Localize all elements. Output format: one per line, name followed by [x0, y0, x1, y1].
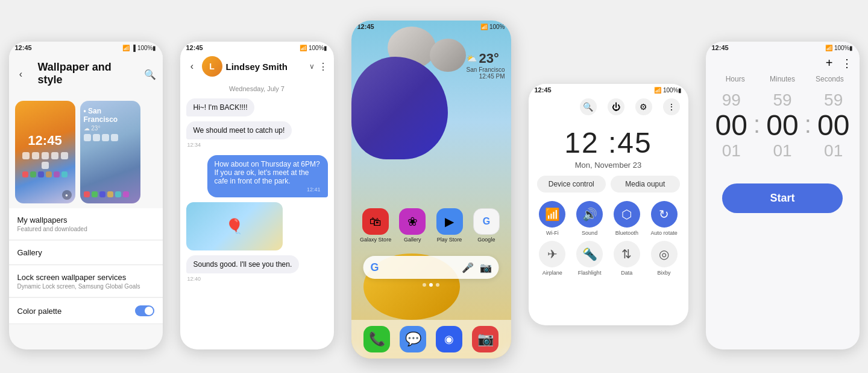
battery-icon-5: 100%▮ — [834, 45, 854, 51]
more-icon[interactable]: ⋮ — [318, 61, 328, 72]
qs-tabs: Device control Media ouput — [529, 171, 688, 197]
thumb2-weather: ☁ 23° — [84, 125, 101, 132]
status-time-1: 12:45 — [15, 44, 32, 51]
chevron-icon[interactable]: ∨ — [309, 62, 315, 71]
weather-icon: ⛅ — [467, 54, 477, 63]
mic-icon[interactable]: 🎤 — [462, 262, 474, 273]
home-app-grid: 🛍 Galaxy Store ❀ Gallery ▶ Play Store G … — [351, 203, 511, 247]
add-timer-icon[interactable]: + — [826, 56, 833, 70]
wifi-tile-label: Wi-Fi — [546, 230, 559, 236]
dot-2 — [429, 283, 433, 287]
search-icon-1[interactable]: 🔍 — [143, 68, 157, 81]
status-bar-3: 12:45 📶 100% — [351, 21, 511, 33]
sound-tile[interactable]: 🔊 Sound — [574, 201, 605, 236]
device-control-tab[interactable]: Device control — [537, 176, 606, 193]
autorotate-tile-icon: ↻ — [651, 201, 678, 228]
home-dots — [423, 283, 439, 287]
color-palette-toggle[interactable] — [135, 305, 154, 316]
status-icons-1: 📶 ▐ 100%▮ — [122, 45, 157, 51]
msg-time-2: 12:34 — [187, 142, 201, 148]
menu-lock-screen[interactable]: Lock screen wallpaper services Dynamic L… — [9, 266, 163, 298]
search-bar[interactable]: G 🎤 📷 — [363, 256, 499, 279]
flashlight-label: Flashlight — [578, 270, 602, 276]
weather-time: 12:45 PM — [467, 73, 505, 80]
minutes-label: Minutes — [759, 75, 806, 83]
app-google[interactable]: G Google — [470, 208, 502, 243]
status-bar-1: 12:45 📶 ▐ 100%▮ — [9, 42, 163, 54]
camera-dock-icon[interactable]: 📷 — [472, 326, 498, 352]
status-time-5: 12:45 — [712, 44, 729, 51]
search-icons: 🎤 📷 — [462, 262, 492, 273]
sound-tile-icon: 🔊 — [576, 201, 603, 228]
messages-dock-icon[interactable]: 💬 — [400, 326, 426, 352]
wallpaper-thumbnails: 12:45 ● — [9, 96, 163, 208]
timer-col-labels: Hours Minutes Seconds — [706, 72, 860, 86]
more-qs-icon[interactable]: ⋮ — [663, 98, 680, 115]
lens-icon[interactable]: 📷 — [480, 262, 492, 273]
google-icon: G — [473, 208, 500, 235]
hours-mid: 00 — [715, 111, 747, 140]
back-icon-1[interactable]: ‹ — [15, 68, 27, 80]
battery-icon-4: 100%▮ — [663, 87, 682, 94]
dot-3 — [436, 283, 439, 287]
autorotate-tile[interactable]: ↻ Auto rotate — [649, 201, 680, 236]
msg-sent-time: 12:41 — [215, 186, 321, 193]
weather-temp: 23° — [479, 51, 499, 66]
wallpaper-panel: 12:45 📶 ▐ 100%▮ ‹ Wallpaper and style 🔍 … — [9, 42, 163, 349]
bluetooth-tile-label: Bluetooth — [615, 230, 638, 236]
qs-tiles-row1: 📶 Wi-Fi 🔊 Sound ⬡ Bluetooth ↻ Auto rotat… — [529, 197, 688, 241]
bluetooth-tile[interactable]: ⬡ Bluetooth — [611, 201, 643, 236]
bixby-icon: ◎ — [651, 241, 678, 267]
qs-top-icons: 🔍 ⏻ ⚙ ⋮ — [529, 96, 688, 120]
menu-my-wallpapers[interactable]: My wallpapers Featured and downloaded — [9, 208, 163, 240]
wallpaper-title: Wallpaper and style — [32, 57, 139, 91]
home-dock: 📞 💬 ◉ 📷 — [351, 320, 511, 359]
start-button[interactable]: Start — [722, 183, 843, 213]
data-label: Data — [621, 270, 632, 276]
seconds-label: Seconds — [806, 75, 853, 83]
power-qs-icon[interactable]: ⏻ — [608, 98, 624, 115]
qs-time: 12 :45 — [529, 126, 688, 159]
timer-col-minutes[interactable]: 59 00 01 — [763, 91, 802, 161]
airplane-tile[interactable]: ✈ Airplane — [537, 241, 568, 276]
header-icons: ⋮ — [318, 61, 328, 72]
wifi-tile[interactable]: 📶 Wi-Fi — [537, 201, 568, 236]
minutes-top: 59 — [773, 91, 791, 110]
msg-1: Hi~! I'm BACK!!!! — [186, 98, 255, 116]
samsung-dock-icon[interactable]: ◉ — [436, 326, 462, 352]
back-icon-2[interactable]: ‹ — [186, 60, 198, 72]
signal-icon-1: ▐ — [131, 45, 136, 51]
msg-image: 🎈 — [186, 202, 283, 250]
search-qs-icon[interactable]: 🔍 — [580, 98, 597, 115]
msg-3: How about on Thursday at 6PM? If you are… — [207, 155, 328, 197]
flashlight-icon: 🔦 — [576, 241, 603, 267]
thumb2-time: • San Francisco — [84, 107, 137, 124]
flashlight-tile[interactable]: 🔦 Flashlight — [574, 241, 605, 276]
timer-col-seconds[interactable]: 59 00 01 — [814, 91, 854, 161]
menu-gallery[interactable]: Gallery — [9, 241, 163, 265]
data-icon: ⇅ — [614, 241, 640, 267]
phone-dock-icon[interactable]: 📞 — [363, 326, 390, 352]
battery-icon-1: 100%▮ — [137, 45, 157, 51]
status-time-3: 12:45 — [357, 23, 374, 30]
data-tile[interactable]: ⇅ Data — [611, 241, 643, 276]
timer-col-hours[interactable]: 99 00 01 — [712, 91, 752, 161]
app-play-store[interactable]: ▶ Play Store — [433, 208, 465, 243]
media-output-tab[interactable]: Media ouput — [611, 176, 680, 193]
app-gallery[interactable]: ❀ Gallery — [397, 208, 429, 243]
timer-header: + ⋮ — [706, 54, 860, 72]
more-timer-icon[interactable]: ⋮ — [841, 57, 852, 70]
quick-settings-panel: 12:45 📶 100%▮ 🔍 ⏻ ⚙ ⋮ 12 :45 Mon, Novemb… — [529, 84, 688, 325]
settings-qs-icon[interactable]: ⚙ — [635, 98, 652, 115]
wallpaper-thumb-2[interactable]: • San Francisco ☁ 23° — [80, 101, 140, 203]
home-screen-panel: 12:45 📶 100% ⛅ 23° San Francisco 12:45 P… — [351, 21, 511, 359]
wallpaper-thumb-1[interactable]: 12:45 ● — [15, 101, 75, 203]
hours-label: Hours — [712, 75, 759, 83]
hours-bot: 01 — [722, 141, 741, 161]
menu-color-palette[interactable]: Color palette — [9, 298, 163, 324]
bixby-tile[interactable]: ◎ Bixby — [649, 241, 680, 276]
contact-avatar: L — [202, 56, 222, 77]
thumb-clock-1: 12:45 — [28, 133, 61, 148]
dot-1 — [423, 283, 426, 287]
app-galaxy-store[interactable]: 🛍 Galaxy Store — [360, 208, 392, 243]
